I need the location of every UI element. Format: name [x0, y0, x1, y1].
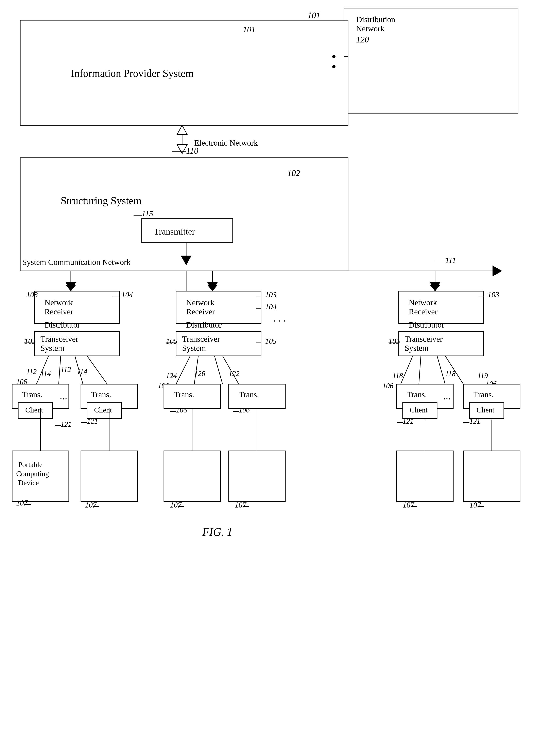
structuring-system-label: Structuring System [61, 195, 142, 206]
system-comm-num: 111 [445, 256, 456, 265]
trans-right-2: Trans. [473, 390, 494, 399]
trans-mid-2: Trans. [239, 390, 259, 399]
num-103-mid: 103 [265, 290, 277, 299]
svg-rect-58 [164, 451, 221, 501]
num-106-trans-mid-l: 106 [176, 406, 187, 414]
transceiver-left-2: System [41, 343, 64, 353]
num-104-left: 104 [122, 290, 133, 299]
portable-3: Device [18, 479, 39, 487]
net-recv-mid-2: Receiver [186, 307, 215, 316]
distribution-network-num: 120 [356, 35, 369, 44]
structuring-system-num: 102 [287, 169, 300, 178]
svg-rect-38 [81, 451, 138, 501]
portable-1: Portable [18, 461, 42, 469]
net-recv-right-1: Network [409, 298, 437, 307]
num-121-right-1: 121 [403, 417, 414, 425]
svg-line-48 [176, 356, 190, 384]
num-105-left: 105 [24, 337, 36, 345]
distributor-left: Distributor [44, 320, 80, 329]
fig-label: FIG. 1 [202, 526, 233, 538]
num-107-mid-2: 107 [235, 500, 247, 509]
distributor-mid: Distributor [186, 320, 222, 329]
num-118-right-2: 118 [445, 370, 456, 378]
num-104-mid: 104 [265, 303, 277, 311]
trans-right-1: Trans. [407, 390, 427, 399]
num-106-trans-mid-r: 106 [239, 406, 250, 414]
num-106-right-inner: 106 [382, 382, 393, 390]
num-107-mid-1: 107 [170, 500, 182, 509]
info-provider-num-top: 101 [308, 11, 320, 20]
net-recv-left-1: Network [44, 298, 73, 307]
system-comm-label: System Communication Network [22, 257, 131, 267]
dots-right: ... [443, 390, 451, 402]
num-122-mid: 122 [229, 370, 239, 378]
num-124-mid: 124 [166, 372, 177, 380]
svg-line-70 [437, 356, 445, 384]
svg-marker-15 [493, 266, 502, 276]
transmitter-label: Transmitter [154, 227, 195, 236]
svg-marker-93 [208, 285, 217, 291]
info-provider-num-inside: 101 [243, 25, 256, 34]
svg-marker-92 [66, 285, 76, 291]
svg-point-3 [332, 55, 335, 58]
svg-marker-7 [177, 145, 187, 154]
distributor-right: Distributor [409, 320, 444, 329]
num-103-right: 103 [488, 290, 499, 299]
svg-line-50 [214, 356, 223, 384]
num-107-left-1: 107 [16, 499, 28, 507]
diagram: Distribution Network 120 Information Pro… [0, 0, 534, 756]
trans-left-1: Trans. [22, 390, 42, 399]
net-recv-right-2: Receiver [409, 307, 437, 316]
svg-line-68 [401, 356, 413, 384]
transmitter-num: 115 [142, 209, 153, 218]
net-recv-mid-1: Network [186, 298, 214, 307]
num-107-right-2: 107 [469, 500, 481, 509]
num-105-right: 105 [388, 337, 400, 345]
num-121-left-1: 121 [87, 417, 98, 425]
electronic-network-num: 110 [186, 146, 198, 155]
trans-left-2: Trans. [91, 390, 111, 399]
info-provider-label: Information Provider System [71, 68, 194, 79]
num-107-right-1: 107 [403, 500, 415, 509]
transceiver-mid-2: System [182, 343, 206, 353]
svg-text:Network: Network [356, 24, 384, 33]
svg-rect-59 [229, 451, 285, 501]
portable-2: Computing [16, 470, 49, 478]
transceiver-left-1: Transceiver [41, 335, 78, 343]
transceiver-right-2: System [405, 343, 429, 353]
transceiver-mid-1: Transceiver [182, 335, 220, 343]
client-right-1: Client [410, 406, 428, 414]
num-107-left-2: 107 [85, 500, 97, 509]
svg-line-69 [419, 356, 421, 384]
num-121-left-2: 121 [61, 420, 71, 428]
dots-left: ... [60, 390, 68, 402]
num-126-mid: 126 [194, 370, 205, 378]
trans-mid-1: Trans. [174, 390, 194, 399]
dots-mid: . . . [273, 312, 286, 324]
num-121-right-2: 121 [469, 417, 480, 425]
svg-marker-6 [177, 125, 187, 134]
electronic-network-label: Electronic Network [194, 138, 258, 148]
svg-rect-80 [397, 451, 453, 501]
svg-line-25 [59, 356, 61, 384]
transceiver-right-1: Transceiver [405, 335, 442, 343]
client-right-2: Client [477, 406, 494, 414]
num-112-left-1: 112 [26, 367, 37, 376]
num-118-right-1: 118 [393, 372, 403, 380]
svg-line-27 [87, 356, 107, 384]
num-103-left: 103 [26, 290, 38, 299]
num-105-mid-r: 105 [265, 337, 277, 345]
num-114-left-1: 114 [41, 370, 51, 378]
svg-rect-81 [464, 451, 520, 501]
num-112-left-2: 112 [61, 365, 71, 374]
diagram-svg: Distribution Network 120 Information Pro… [0, 0, 534, 756]
net-recv-left-2: Receiver [44, 307, 73, 316]
num-114-left-2: 114 [77, 367, 87, 376]
num-105-mid: 105 [166, 337, 178, 345]
svg-marker-94 [430, 285, 440, 291]
svg-point-4 [332, 65, 335, 68]
distribution-network-label: Distribution [356, 15, 395, 24]
num-119-right: 119 [478, 372, 488, 380]
